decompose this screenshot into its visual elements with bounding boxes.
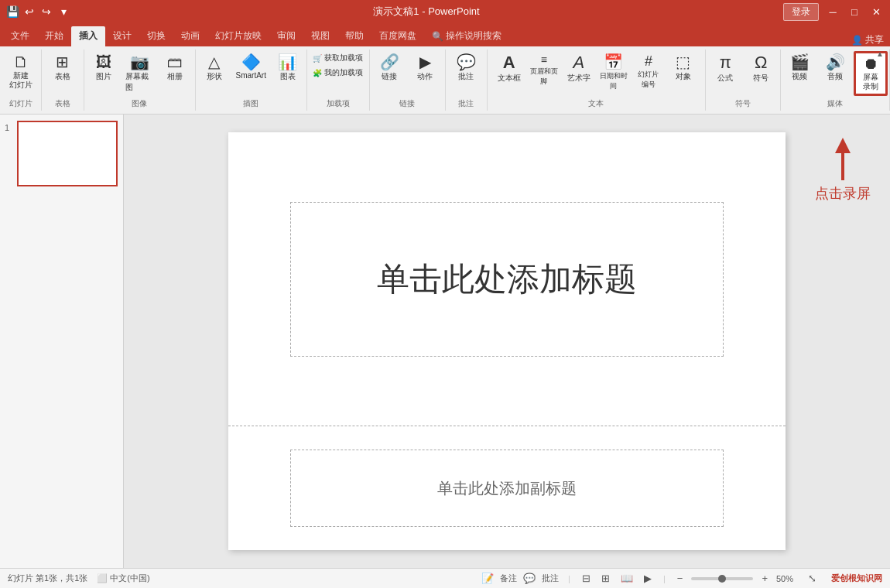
- slide-number-icon: #: [645, 54, 652, 68]
- new-slide-icon: 🗋: [13, 54, 29, 70]
- close-button[interactable]: ✕: [868, 4, 884, 19]
- ribbon-group-addins: 🛒 获取加载项 🧩 我的加载项 加载项: [307, 50, 370, 111]
- slide-title-area[interactable]: 单击此处添加标题: [228, 132, 786, 426]
- minimize-button[interactable]: ─: [825, 4, 840, 19]
- tab-search[interactable]: 🔍 操作说明搜索: [424, 26, 509, 46]
- zoom-out-button[interactable]: −: [675, 572, 686, 585]
- symbols-group-label: 符号: [735, 98, 751, 109]
- album-icon: 🗃: [167, 54, 183, 70]
- datetime-button[interactable]: 📅 日期和时间: [597, 51, 631, 94]
- video-icon: 🎬: [790, 54, 810, 70]
- redo-icon[interactable]: ↪: [40, 5, 53, 18]
- slide-info: 幻灯片 第1张，共1张: [8, 573, 87, 584]
- undo-icon[interactable]: ↩: [23, 5, 36, 18]
- reading-view-button[interactable]: 📖: [618, 572, 635, 585]
- zoom-handle[interactable]: [718, 575, 726, 583]
- textbox-button[interactable]: A 文本框: [492, 51, 526, 87]
- audio-button[interactable]: 🔊 音频: [818, 51, 852, 85]
- video-button[interactable]: 🎬 视频: [782, 51, 816, 85]
- notes-label[interactable]: 备注: [500, 573, 517, 584]
- annotation: 点击录屏: [815, 138, 871, 203]
- tab-slideshow[interactable]: 幻灯片放映: [207, 26, 269, 46]
- customize-icon[interactable]: ▾: [57, 5, 70, 18]
- comments-label[interactable]: 批注: [542, 573, 559, 584]
- tab-transitions[interactable]: 切换: [139, 26, 173, 46]
- ribbon-group-table: ⊞ 表格 表格: [42, 50, 84, 111]
- tab-animations[interactable]: 动画: [173, 26, 207, 46]
- subtitle-placeholder-text: 单击此处添加副标题: [437, 478, 577, 499]
- slideshow-button[interactable]: ▶: [642, 572, 654, 585]
- slides-group-label: 幻灯片: [9, 98, 33, 109]
- picture-button[interactable]: 🖼 图片: [87, 51, 121, 85]
- screenshot-icon: 📷: [130, 54, 149, 70]
- zoom-in-button[interactable]: +: [759, 572, 770, 585]
- title-placeholder-text: 单击此处添加标题: [377, 258, 637, 301]
- slide-thumbnail[interactable]: [17, 121, 118, 186]
- fit-slide-button[interactable]: ⤡: [806, 572, 819, 585]
- chart-button[interactable]: 📊 图表: [271, 51, 305, 85]
- table-button[interactable]: ⊞ 表格: [46, 51, 80, 85]
- save-icon[interactable]: 💾: [6, 5, 19, 18]
- slide-canvas[interactable]: 单击此处添加标题 单击此处添加副标题: [228, 132, 786, 550]
- notes-button[interactable]: 📝: [481, 573, 494, 584]
- equation-button[interactable]: π 公式: [708, 51, 742, 87]
- comments-button[interactable]: 💬: [523, 573, 536, 584]
- tab-insert[interactable]: 插入: [71, 26, 105, 46]
- table-group-label: 表格: [55, 98, 70, 109]
- canvas-area: 单击此处添加标题 单击此处添加副标题 点击录屏: [124, 115, 890, 568]
- tab-baidu[interactable]: 百度网盘: [371, 26, 424, 46]
- comment-button[interactable]: 💬 批注: [449, 51, 483, 85]
- link-button[interactable]: 🔗 链接: [372, 51, 406, 85]
- titlebar-title: 演示文稿1 - PowerPoint: [70, 5, 783, 19]
- statusbar-left: 幻灯片 第1张，共1张 ⬜ 中文(中国): [8, 573, 150, 584]
- lang-icon: ⬜: [97, 573, 108, 583]
- illustrations-group-label: 插图: [243, 98, 258, 109]
- tab-design[interactable]: 设计: [105, 26, 139, 46]
- shapes-icon: △: [208, 54, 220, 70]
- maximize-button[interactable]: □: [847, 4, 862, 19]
- datetime-icon: 📅: [604, 54, 623, 70]
- audio-icon: 🔊: [826, 54, 845, 70]
- header-footer-button[interactable]: ≡ 页眉和页脚: [527, 51, 561, 90]
- tab-view[interactable]: 视图: [303, 26, 337, 46]
- action-button[interactable]: ▶ 动作: [408, 51, 442, 85]
- get-addins-button[interactable]: 🛒 获取加载项: [310, 51, 366, 65]
- table-icon: ⊞: [56, 54, 69, 70]
- zoom-level: 50%: [776, 574, 799, 583]
- smartart-button[interactable]: 🔷 SmartArt: [233, 51, 269, 83]
- title-placeholder-box[interactable]: 单击此处添加标题: [290, 202, 724, 357]
- slide-subtitle-area[interactable]: 单击此处添加副标题: [228, 426, 786, 550]
- smartart-icon: 🔷: [241, 54, 261, 70]
- tab-file[interactable]: 文件: [3, 26, 37, 46]
- tab-home[interactable]: 开始: [37, 26, 71, 46]
- ribbon-group-images: 🖼 图片 📷 屏幕截图 🗃 相册 图像: [84, 50, 196, 111]
- wordart-button[interactable]: A 艺术字: [562, 51, 596, 87]
- ribbon-group-slides: 🗋 新建幻灯片 幻灯片: [0, 50, 42, 111]
- object-button[interactable]: ⬚ 对象: [666, 51, 700, 85]
- ribbon-group-text: A 文本框 ≡ 页眉和页脚 A 艺术字 📅 日期和时间 # 幻灯片编号 ⬚ 对象: [488, 50, 706, 111]
- share-icon: 👤: [851, 35, 863, 46]
- chart-icon: 📊: [278, 54, 297, 70]
- annotation-text: 点击录屏: [815, 184, 871, 203]
- zoom-slider[interactable]: [691, 577, 753, 580]
- new-slide-button[interactable]: 🗋 新建幻灯片: [4, 51, 38, 93]
- album-button[interactable]: 🗃 相册: [158, 51, 192, 85]
- screenshot-button[interactable]: 📷 屏幕截图: [122, 51, 156, 96]
- share-button[interactable]: 👤 共享: [851, 33, 884, 46]
- my-addins-button[interactable]: 🧩 我的加载项: [310, 66, 366, 80]
- ribbon-group-illustrations: △ 形状 🔷 SmartArt 📊 图表 插图: [196, 50, 307, 111]
- slide-number-button[interactable]: # 幻灯片编号: [632, 51, 666, 93]
- shapes-button[interactable]: △ 形状: [197, 51, 231, 85]
- tab-help[interactable]: 帮助: [337, 26, 371, 46]
- tab-review[interactable]: 审阅: [269, 26, 303, 46]
- ribbon-group-comments: 💬 批注 批注: [446, 50, 488, 111]
- statusbar: 幻灯片 第1张，共1张 ⬜ 中文(中国) 📝 备注 💬 批注 | ⊟ ⊞ 📖 ▶…: [0, 568, 890, 588]
- link-icon: 🔗: [380, 54, 399, 70]
- subtitle-placeholder-box[interactable]: 单击此处添加副标题: [290, 450, 724, 527]
- symbol-button[interactable]: Ω 符号: [744, 51, 778, 87]
- ribbon-collapse-button[interactable]: ▲: [873, 48, 887, 60]
- slide-sorter-button[interactable]: ⊞: [599, 572, 612, 585]
- equation-icon: π: [720, 54, 731, 71]
- normal-view-button[interactable]: ⊟: [580, 572, 593, 585]
- login-button[interactable]: 登录: [783, 3, 819, 21]
